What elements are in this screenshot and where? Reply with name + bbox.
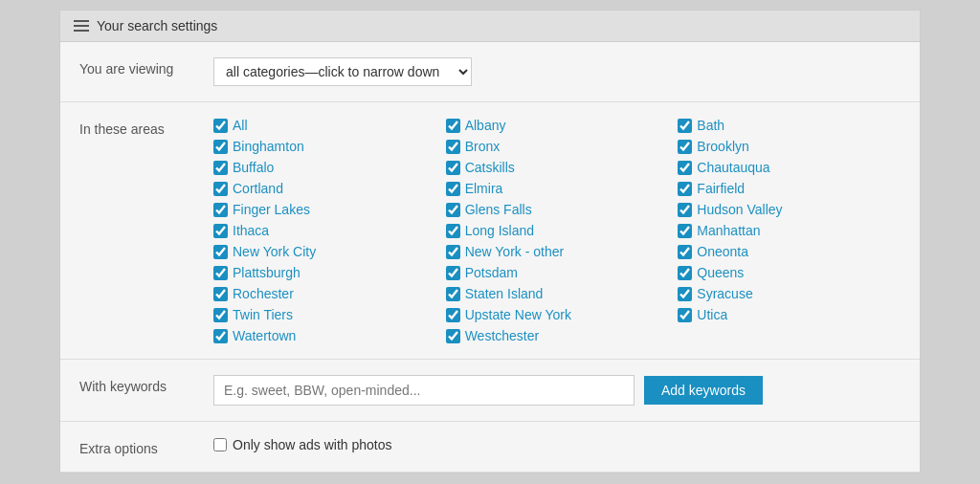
area-item: All [213, 118, 436, 133]
area-label-plattsburgh[interactable]: Plattsburgh [233, 265, 301, 280]
area-item: Elmira [446, 181, 669, 196]
area-checkbox-chautauqua[interactable] [678, 161, 692, 175]
area-item: Long Island [446, 223, 669, 238]
area-checkbox-brooklyn[interactable] [678, 140, 692, 154]
area-checkbox-catskills[interactable] [446, 161, 460, 175]
area-label-upstate-new-york[interactable]: Upstate New York [465, 307, 571, 322]
area-label-bath[interactable]: Bath [697, 118, 724, 133]
area-checkbox-buffalo[interactable] [213, 161, 228, 175]
area-checkbox-long-island[interactable] [446, 224, 460, 238]
area-checkbox-finger-lakes[interactable] [213, 203, 228, 217]
area-label-buffalo[interactable]: Buffalo [233, 160, 274, 175]
area-item: Watertown [213, 328, 436, 343]
area-checkbox-binghamton[interactable] [213, 140, 228, 154]
area-checkbox-elmira[interactable] [446, 182, 460, 196]
area-checkbox-queens[interactable] [678, 266, 692, 280]
photos-only-label[interactable]: Only show ads with photos [233, 437, 392, 452]
area-checkbox-plattsburgh[interactable] [213, 266, 228, 280]
area-checkbox-staten-island[interactable] [446, 287, 460, 301]
extra-options-content: Only show ads with photos [213, 437, 901, 452]
area-checkbox-upstate-new-york[interactable] [446, 308, 460, 322]
area-item: Catskills [446, 160, 669, 175]
area-label-binghamton[interactable]: Binghamton [233, 139, 304, 154]
area-label-bronx[interactable]: Bronx [465, 139, 501, 154]
area-item: Fairfield [678, 181, 901, 196]
area-label-all[interactable]: All [233, 118, 248, 133]
area-label-chautauqua[interactable]: Chautauqua [697, 160, 769, 175]
hamburger-icon[interactable] [74, 20, 89, 32]
area-label-watertown[interactable]: Watertown [233, 328, 296, 343]
area-label-westchester[interactable]: Westchester [465, 328, 540, 343]
area-checkbox-all[interactable] [213, 119, 228, 133]
area-item: Chautauqua [678, 160, 901, 175]
area-item: Rochester [213, 286, 436, 301]
area-label-cortland[interactable]: Cortland [233, 181, 283, 196]
keywords-row: Add keywords [213, 375, 901, 406]
area-label-albany[interactable]: Albany [465, 118, 506, 133]
area-item: Twin Tiers [213, 307, 436, 322]
area-label-new-york-other[interactable]: New York - other [465, 244, 565, 259]
area-label-staten-island[interactable]: Staten Island [465, 286, 544, 301]
area-checkbox-new-york-city[interactable] [213, 245, 228, 259]
areas-label: In these areas [79, 118, 194, 137]
header-title: Your search settings [97, 18, 217, 33]
area-item: Staten Island [446, 286, 669, 301]
area-label-brooklyn[interactable]: Brooklyn [697, 139, 748, 154]
area-checkbox-new-york-other[interactable] [446, 245, 460, 259]
area-checkbox-oneonta[interactable] [678, 245, 692, 259]
keywords-input[interactable] [213, 375, 635, 406]
area-label-oneonta[interactable]: Oneonta [697, 244, 748, 259]
area-checkbox-syracuse[interactable] [678, 287, 692, 301]
photos-only-checkbox[interactable] [213, 438, 227, 451]
area-checkbox-glens-falls[interactable] [446, 203, 460, 217]
area-item: Upstate New York [446, 307, 669, 322]
area-item: Brooklyn [678, 139, 901, 154]
area-item: Queens [678, 265, 901, 280]
area-item: Manhattan [678, 223, 901, 238]
area-item: Hudson Valley [678, 202, 901, 217]
viewing-section: You are viewing all categories—click to … [60, 42, 920, 102]
area-label-glens-falls[interactable]: Glens Falls [465, 202, 532, 217]
area-label-queens[interactable]: Queens [697, 265, 744, 280]
area-checkbox-twin-tiers[interactable] [213, 308, 228, 322]
area-label-potsdam[interactable]: Potsdam [465, 265, 518, 280]
category-select[interactable]: all categories—click to narrow down [213, 57, 472, 86]
area-label-catskills[interactable]: Catskills [465, 160, 515, 175]
area-label-twin-tiers[interactable]: Twin Tiers [233, 307, 293, 322]
area-item: Glens Falls [446, 202, 669, 217]
area-checkbox-albany[interactable] [446, 119, 460, 133]
area-item: Ithaca [213, 223, 436, 238]
area-checkbox-watertown[interactable] [213, 329, 228, 343]
area-label-long-island[interactable]: Long Island [465, 223, 534, 238]
area-label-rochester[interactable]: Rochester [233, 286, 294, 301]
viewing-content: all categories—click to narrow down [213, 57, 901, 86]
area-label-syracuse[interactable]: Syracuse [697, 286, 752, 301]
add-keywords-button[interactable]: Add keywords [644, 376, 763, 405]
area-checkbox-potsdam[interactable] [446, 266, 460, 280]
area-checkbox-utica[interactable] [678, 308, 692, 322]
area-label-utica[interactable]: Utica [697, 307, 727, 322]
area-item: Syracuse [678, 286, 901, 301]
area-checkbox-rochester[interactable] [213, 287, 228, 301]
area-label-new-york-city[interactable]: New York City [233, 244, 316, 259]
area-label-elmira[interactable]: Elmira [465, 181, 503, 196]
area-checkbox-cortland[interactable] [213, 182, 228, 196]
photos-only-item: Only show ads with photos [213, 437, 901, 452]
area-label-finger-lakes[interactable]: Finger Lakes [233, 202, 310, 217]
main-container: Your search settings You are viewing all… [59, 10, 921, 473]
area-label-manhattan[interactable]: Manhattan [697, 223, 760, 238]
area-checkbox-bronx[interactable] [446, 140, 460, 154]
area-item: Buffalo [213, 160, 436, 175]
areas-content: AllAlbanyBathBinghamtonBronxBrooklynBuff… [213, 118, 901, 343]
area-checkbox-ithaca[interactable] [213, 224, 228, 238]
area-checkbox-hudson-valley[interactable] [678, 203, 692, 217]
area-item: Potsdam [446, 265, 669, 280]
area-checkbox-bath[interactable] [678, 119, 692, 133]
area-checkbox-fairfield[interactable] [678, 182, 692, 196]
area-checkbox-westchester[interactable] [446, 329, 460, 343]
area-label-fairfield[interactable]: Fairfield [697, 181, 745, 196]
area-label-hudson-valley[interactable]: Hudson Valley [697, 202, 782, 217]
area-label-ithaca[interactable]: Ithaca [233, 223, 269, 238]
area-checkbox-manhattan[interactable] [678, 224, 692, 238]
area-item: Bath [678, 118, 901, 133]
